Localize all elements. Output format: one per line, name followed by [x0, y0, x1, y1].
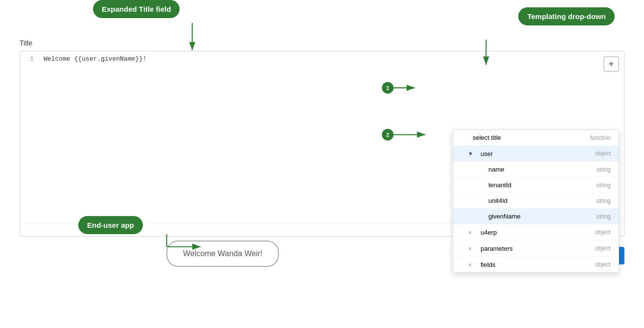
chevron-icon: › — [469, 228, 477, 236]
dropdown-item-type: string — [597, 197, 611, 204]
dropdown-item-type: object — [595, 150, 611, 157]
dropdown-header[interactable]: select title function — [453, 130, 619, 146]
dropdown-item-type: object — [595, 245, 611, 252]
dropdown-item-type: string — [597, 166, 611, 173]
chevron-icon: › — [469, 244, 477, 252]
line-number: 1 — [20, 55, 40, 63]
dropdown-item-fields[interactable]: › fields object — [453, 257, 619, 272]
dropdown-item-type: string — [597, 182, 611, 189]
dropdown-item-label: tenantId — [488, 181, 511, 189]
dropdown-item-tenantId[interactable]: tenantId string — [453, 177, 619, 193]
templating-dropdown-callout: Templating drop-down — [518, 7, 615, 25]
dropdown-item-label: parameters — [481, 245, 513, 252]
dropdown-item-type: object — [595, 261, 611, 268]
editor-area: 1 Welcome {{user.givenName}}! + select t… — [20, 51, 624, 237]
dropdown-item-name[interactable]: name string — [453, 162, 619, 177]
title-label: Title — [20, 39, 624, 47]
expanded-title-callout: Expanded Title field — [93, 0, 180, 18]
templating-dropdown-menu[interactable]: select title function ▾ user object name… — [453, 130, 619, 273]
dropdown-header-type: function — [590, 134, 611, 141]
dropdown-item-label: user — [481, 150, 493, 157]
dropdown-item-label: givenName — [488, 213, 521, 220]
dropdown-item-unit4Id[interactable]: unit4Id string — [453, 193, 619, 209]
end-user-preview: Welcome Wanda Weir! — [166, 241, 279, 267]
dropdown-item-label: name — [488, 166, 505, 173]
dropdown-item-parameters[interactable]: › parameters object — [453, 241, 619, 257]
dropdown-item-label: unit4Id — [488, 197, 507, 204]
chevron-icon: › — [469, 261, 477, 268]
dropdown-item-u4erp[interactable]: › u4erp object — [453, 224, 619, 241]
dropdown-header-label: select title — [473, 134, 501, 141]
dropdown-item-givenName[interactable]: givenName string — [453, 209, 619, 224]
dropdown-item-label: fields — [481, 261, 495, 268]
dropdown-item-type: object — [595, 229, 611, 236]
plus-button[interactable]: + — [603, 56, 619, 72]
dropdown-item-user[interactable]: ▾ user object — [453, 146, 619, 162]
line-content[interactable]: Welcome {{user.givenName}}! — [40, 55, 624, 63]
dropdown-item-label: u4erp — [481, 229, 497, 236]
end-user-app-callout: End-user app — [78, 216, 143, 234]
dropdown-item-type: string — [597, 213, 611, 220]
chevron-icon: ▾ — [469, 150, 477, 157]
